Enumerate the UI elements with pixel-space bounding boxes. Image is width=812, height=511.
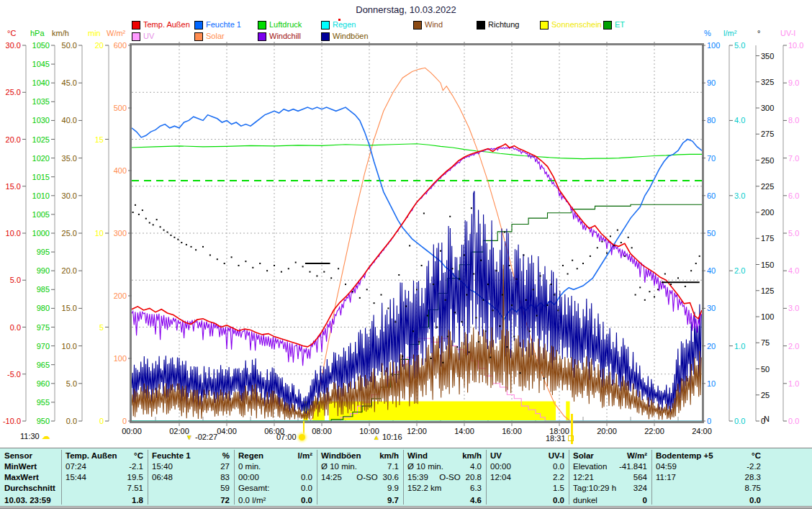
series-richtung-dot xyxy=(567,273,569,275)
series-richtung-dot xyxy=(366,289,368,290)
cell-value: 1.5 xyxy=(553,484,564,492)
table-row: Elevation-41.841 xyxy=(569,461,647,471)
axis-tick-label-W/m²: 100 xyxy=(98,354,127,363)
axis-tick-label-%: 10 xyxy=(707,379,716,388)
cell-value: 28.3 xyxy=(745,473,761,481)
series-richtung-dot xyxy=(209,254,211,256)
axis-tick-label-min: 15 xyxy=(75,135,104,144)
axis-tick-label-l/m²: 1.0 xyxy=(734,342,745,351)
series-richtung-dot xyxy=(502,294,503,296)
axis-tick-label-°: 25 xyxy=(761,391,770,399)
axis-tick-label-l/m²: 3.0 xyxy=(734,191,745,200)
cell-value: °C xyxy=(752,451,761,460)
moonrise-annotation: ▲ 10:16 xyxy=(373,433,402,441)
series-richtung-dot xyxy=(670,284,672,285)
axis-tick-label-hPa: 1010 xyxy=(21,191,50,200)
cell-label: 07:24 xyxy=(66,462,86,471)
axis-tick-label-°C: 30.0 xyxy=(0,41,21,50)
cell-value: 0.0 xyxy=(553,496,564,505)
table-separator xyxy=(61,450,62,505)
table-row: 0.0 xyxy=(486,494,564,505)
cell-label: 10.03. 23:59 xyxy=(4,496,51,505)
series-richtung-dot xyxy=(274,265,275,266)
series-richtung-dot xyxy=(191,246,192,248)
axis-tick-label-°: 75 xyxy=(761,338,770,347)
series-richtung-dot xyxy=(577,268,578,269)
axis-tick-label-UV-I: 7.0 xyxy=(788,154,799,163)
series-richtung-dot xyxy=(231,256,233,258)
axis-header-%: % xyxy=(704,29,711,37)
series-richtung-dot xyxy=(436,327,438,328)
table-row: 06:4883 xyxy=(148,471,230,482)
legend-item-feuchte-1-label: Feuchte 1 xyxy=(206,20,241,29)
x-axis-label: 22:00 xyxy=(639,427,670,435)
series-richtung-dot xyxy=(454,312,456,313)
table-row: 12:042.2 xyxy=(486,471,564,482)
axis-tick-label-%: 0 xyxy=(707,417,711,425)
series-richtung-dot xyxy=(398,274,400,276)
legend-item-uv-label: UV xyxy=(143,32,154,40)
series-richtung-dot xyxy=(590,256,591,257)
axis-tick-label-°: 200 xyxy=(761,208,774,217)
series-richtung-dot xyxy=(202,246,204,248)
series-richtung-dot xyxy=(536,315,538,317)
series-richtung-dot xyxy=(478,341,479,343)
axis-tick-label-°C: 15.0 xyxy=(0,182,21,191)
series-richtung-dot xyxy=(506,346,508,348)
axis-tick-label-km/h: 50.0 xyxy=(48,41,77,50)
series-richtung-dot xyxy=(381,294,382,296)
table-row: 12:21564 xyxy=(569,471,647,482)
series-richtung-dot xyxy=(487,284,489,285)
cell-label: 12:21 xyxy=(573,473,594,481)
cell-value: km/h xyxy=(462,451,482,460)
series-richtung-dot xyxy=(405,306,407,307)
series-richtung-dot xyxy=(624,256,626,257)
axis-tick-label-km/h: 10.0 xyxy=(48,342,77,351)
axis-tick-label-UV-I: 3.0 xyxy=(788,304,799,312)
series-richtung-dot xyxy=(540,275,541,276)
table-row: Bodentemp +5°C xyxy=(651,450,761,461)
table-row: 59 xyxy=(148,482,230,493)
table-column-wind: Windkm/hØ 10 min.4.015:39O-SO20.8152.2 k… xyxy=(403,448,482,506)
sunrise-time: 07:00 xyxy=(276,433,297,441)
table-row: Windkm/h xyxy=(403,450,482,461)
series-richtung-dot xyxy=(471,207,472,209)
axis-tick-label-°: 350 xyxy=(761,52,774,60)
axis-tick-label-hPa: 955 xyxy=(21,398,50,407)
axis-tick-label-%: 40 xyxy=(707,266,716,275)
series-richtung-dot xyxy=(352,291,353,292)
table-row: Windböenkm/h xyxy=(317,450,399,461)
series-richtung-dot xyxy=(657,289,659,290)
axis-tick-label-%: 30 xyxy=(707,304,716,312)
x-axis-label: 00:00 xyxy=(116,427,148,435)
table-row: 15:4419.5 xyxy=(61,471,143,482)
legend-item-et-swatch xyxy=(603,21,612,30)
axis-tick-label-%: 100 xyxy=(707,41,720,50)
legend-item-windb-en-swatch xyxy=(321,32,330,41)
table-row: 9.9 xyxy=(317,482,399,493)
axis-tick-label-°: 325 xyxy=(761,78,774,86)
table-row: 00:000.0 xyxy=(486,461,564,471)
plot-border-top xyxy=(130,43,704,45)
cell-value: 1.8 xyxy=(132,496,143,505)
table-separator xyxy=(403,450,404,505)
cell-label: 15:40 xyxy=(152,462,173,471)
moonset-time: -02:27 xyxy=(195,433,217,441)
axis-tick-label-UV-I: 4.0 xyxy=(788,266,799,275)
series-richtung-dot xyxy=(442,362,443,363)
table-row: MaxWert xyxy=(0,471,58,482)
series-richtung-dot xyxy=(359,297,361,299)
table-row: 0.0 xyxy=(651,494,761,505)
series-richtung-dot xyxy=(170,235,171,236)
axis-tick-label-km/h: 25.0 xyxy=(48,229,77,238)
cell-label: Durchschnitt xyxy=(4,484,55,492)
series-richtung-dot xyxy=(430,358,432,359)
series-richtung-dot xyxy=(138,214,140,215)
cell-label: Bodentemp +5 xyxy=(656,451,713,460)
series-richtung-dot xyxy=(295,262,297,263)
axis-tick-label-°C: 0.0 xyxy=(0,323,21,332)
cell-value: -41.841 xyxy=(619,462,647,471)
series-richtung-dot xyxy=(245,261,246,262)
cell-value: -2.1 xyxy=(129,462,143,471)
x-axis-label: 12:00 xyxy=(401,427,433,435)
